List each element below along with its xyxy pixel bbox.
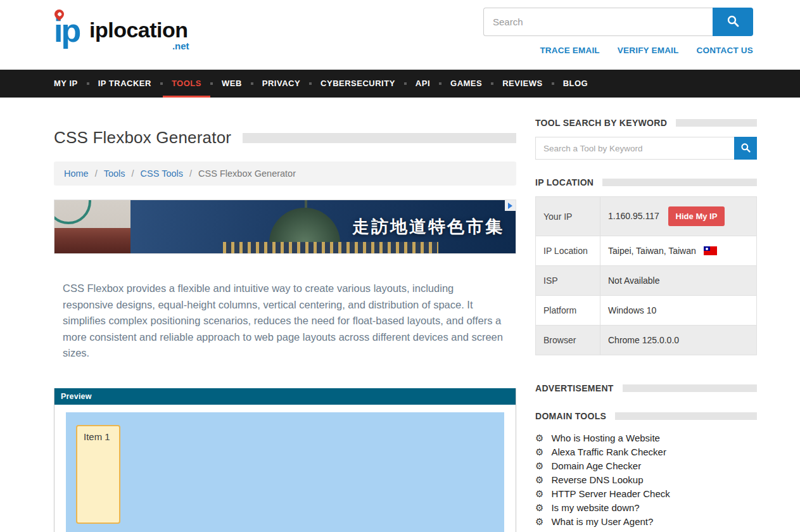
breadcrumb-separator: / [132, 168, 134, 179]
gear-icon: ⚙ [535, 501, 543, 515]
header-right: TRACE EMAIL VERIFY EMAIL CONTACT US [483, 8, 753, 55]
your-ip-value: 1.160.95.117 [608, 211, 659, 221]
preview-panel: Preview Item 1 [54, 388, 516, 532]
nav-item-privacy[interactable]: PRIVACY [253, 70, 309, 98]
preview-panel-header: Preview [54, 388, 516, 405]
header-links: TRACE EMAIL VERIFY EMAIL CONTACT US [540, 46, 753, 55]
ip-location-heading-row: IP LOCATION [535, 177, 757, 187]
tool-link-label[interactable]: Is my website down? [551, 501, 639, 515]
tool-search-button[interactable] [734, 137, 757, 160]
nav-item-my-ip[interactable]: MY IP [45, 70, 87, 98]
tool-search [535, 137, 757, 160]
nav-item-ip-tracker[interactable]: IP TRACKER [89, 70, 160, 98]
main-column: CSS Flexbox Generator Home / Tools / CSS… [54, 118, 516, 532]
domain-tools-heading-row: DOMAIN TOOLS [535, 411, 757, 421]
tool-link-label[interactable]: Who is Hosting a Website [551, 431, 659, 445]
isp-label: ISP [536, 266, 600, 296]
ad-headline-text: 走訪地道特色市集 [352, 215, 504, 238]
content-area: CSS Flexbox Generator Home / Tools / CSS… [0, 98, 800, 532]
breadcrumb-separator: / [95, 168, 98, 179]
tool-link-website-down[interactable]: ⚙Is my website down? [535, 501, 757, 515]
nav-item-tools[interactable]: TOOLS [163, 70, 210, 98]
ip-location-value: Taipei, Taiwan, Taiwan [608, 246, 696, 256]
hide-my-ip-button[interactable]: Hide My IP [668, 206, 725, 226]
tool-search-heading: TOOL SEARCH BY KEYWORD [535, 118, 667, 128]
trace-email-link[interactable]: TRACE EMAIL [540, 46, 599, 55]
tool-link-domain-age[interactable]: ⚙Domain Age Checker [535, 459, 757, 473]
platform-value: Windows 10 [600, 296, 757, 326]
logo[interactable]: ip iplocation .net [54, 10, 188, 51]
contact-us-link[interactable]: CONTACT US [697, 46, 754, 55]
tool-link-label[interactable]: Domain Age Checker [551, 459, 641, 473]
browser-label: Browser [536, 326, 600, 355]
tool-link-user-agent[interactable]: ⚙What is my User Agent? [535, 515, 757, 529]
main-nav: MY IP IP TRACKER TOOLS WEB PRIVACY CYBER… [0, 70, 800, 98]
heading-bar [676, 119, 757, 127]
gear-icon: ⚙ [535, 487, 543, 501]
dome-illustration [269, 208, 340, 243]
table-row: Browser Chrome 125.0.0.0 [536, 326, 757, 355]
your-ip-value-cell: 1.160.95.117 Hide My IP [600, 197, 757, 236]
gear-icon: ⚙ [535, 515, 543, 529]
nav-item-games[interactable]: GAMES [441, 70, 491, 98]
nav-item-web[interactable]: WEB [213, 70, 251, 98]
ip-location-table: Your IP 1.160.95.117 Hide My IP IP Locat… [535, 196, 757, 355]
heading-bar [623, 384, 757, 392]
building-illustration [223, 242, 438, 253]
tool-description: CSS Flexbox provides a flexible and intu… [63, 281, 504, 362]
tool-link-label[interactable]: Alexa Traffic Rank Checker [551, 445, 666, 459]
tool-link-label[interactable]: HTTP Server Header Check [551, 487, 670, 501]
breadcrumb-home[interactable]: Home [64, 168, 89, 179]
tool-link-http-header[interactable]: ⚙HTTP Server Header Check [535, 487, 757, 501]
ip-location-value-cell: Taipei, Taiwan, Taiwan [600, 236, 757, 266]
tool-search-input[interactable] [535, 137, 734, 160]
breadcrumb-separator: / [189, 168, 192, 179]
heading-bar [243, 133, 516, 143]
domain-tools-list: ⚙Who is Hosting a Website ⚙Alexa Traffic… [535, 431, 757, 529]
tool-search-heading-row: TOOL SEARCH BY KEYWORD [535, 118, 757, 128]
platform-label: Platform [536, 296, 600, 326]
site-search [483, 8, 753, 36]
ad-banner[interactable]: 走訪地道特色市集 [54, 200, 516, 254]
breadcrumb-css-tools[interactable]: CSS Tools [141, 168, 183, 179]
tool-link-alexa-rank[interactable]: ⚙Alexa Traffic Rank Checker [535, 445, 757, 459]
sidebar: TOOL SEARCH BY KEYWORD IP LOCATION Your … [535, 118, 757, 532]
nav-item-blog[interactable]: BLOG [554, 70, 597, 98]
table-row: IP Location Taipei, Taiwan, Taiwan [536, 236, 757, 266]
gear-icon: ⚙ [535, 459, 543, 473]
gear-icon: ⚙ [535, 431, 543, 445]
flexbox-preview-container: Item 1 [66, 412, 504, 532]
top-header: ip iplocation .net TRACE EMAIL VERIFY EM… [0, 0, 800, 70]
ad-choices-icon[interactable] [505, 200, 516, 211]
heading-bar [615, 412, 757, 420]
logo-icon: ip [54, 10, 89, 51]
tool-link-label[interactable]: What is my User Agent? [551, 515, 653, 529]
tool-link-who-is-hosting[interactable]: ⚙Who is Hosting a Website [535, 431, 757, 445]
tool-link-reverse-dns[interactable]: ⚙Reverse DNS Lookup [535, 473, 757, 487]
breadcrumb-tools[interactable]: Tools [104, 168, 125, 179]
search-icon [740, 142, 751, 155]
taiwan-flag-icon [704, 246, 717, 255]
gear-icon: ⚙ [535, 445, 543, 459]
your-ip-label: Your IP [536, 197, 600, 236]
ip-location-heading: IP LOCATION [535, 177, 594, 187]
domain-tools-heading: DOMAIN TOOLS [535, 411, 606, 421]
tool-link-label[interactable]: Reverse DNS Lookup [551, 473, 643, 487]
table-row: ISP Not Available [536, 266, 757, 296]
page-title-row: CSS Flexbox Generator [54, 128, 516, 148]
preview-panel-body: Item 1 [54, 405, 516, 532]
flexbox-preview-item: Item 1 [76, 425, 120, 524]
search-input[interactable] [483, 8, 713, 36]
breadcrumb: Home / Tools / CSS Tools / CSS Flexbox G… [54, 162, 516, 186]
table-row: Platform Windows 10 [536, 296, 757, 326]
ip-location-label: IP Location [536, 236, 600, 266]
search-button[interactable] [713, 8, 753, 36]
nav-item-api[interactable]: API [407, 70, 439, 98]
nav-item-cybersecurity[interactable]: CYBERSECURITY [312, 70, 404, 98]
page-title: CSS Flexbox Generator [54, 128, 231, 148]
heading-bar [602, 179, 757, 186]
gear-icon: ⚙ [535, 473, 543, 487]
nav-item-reviews[interactable]: REVIEWS [493, 70, 551, 98]
verify-email-link[interactable]: VERIFY EMAIL [618, 46, 679, 55]
table-row: Your IP 1.160.95.117 Hide My IP [536, 197, 757, 236]
